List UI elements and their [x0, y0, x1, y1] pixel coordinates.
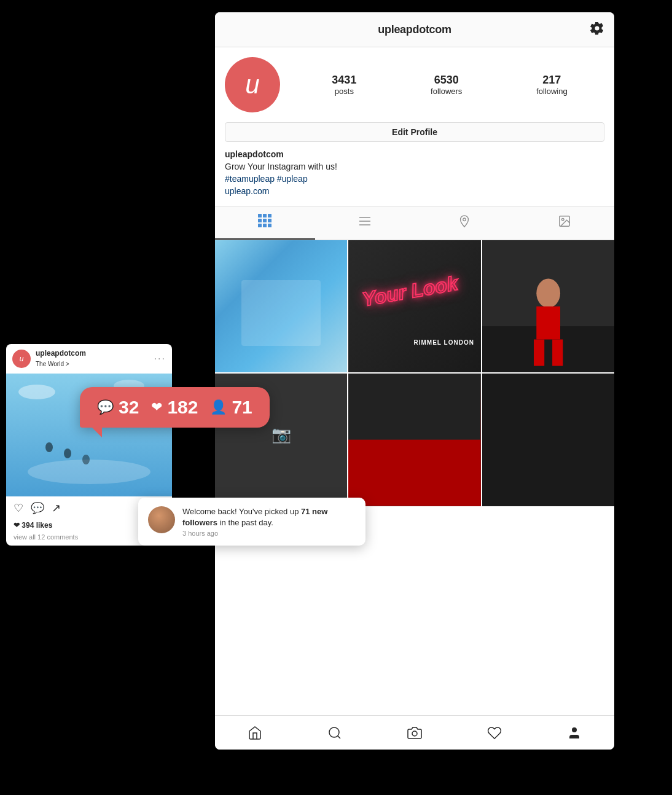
svg-rect-6: [258, 224, 262, 227]
edit-profile-button[interactable]: Edit Profile: [225, 122, 604, 142]
phone-mockup: upleapdotcom u 3431 posts 6530 followers: [215, 12, 614, 750]
avatar-letter: u: [245, 70, 259, 100]
nav-home[interactable]: [243, 721, 267, 745]
svg-point-20: [536, 278, 560, 307]
svg-point-36: [64, 448, 71, 458]
svg-point-29: [329, 727, 339, 737]
photo-cell-5[interactable]: [348, 374, 480, 506]
tag-icon: [558, 214, 571, 232]
welcome-message: Welcome back! You've picked up 71 new fo…: [182, 506, 356, 528]
welcome-time: 3 hours ago: [182, 530, 356, 537]
profile-section: u 3431 posts 6530 followers 217 followin…: [215, 47, 614, 206]
svg-text:📷: 📷: [272, 425, 292, 444]
photo-grid: 📷: [215, 240, 614, 506]
bio-link[interactable]: upleap.com: [225, 186, 604, 196]
post-location: The World >: [36, 361, 69, 367]
avatar[interactable]: u: [225, 57, 280, 112]
posts-count: 3431: [332, 74, 356, 87]
following-label: following: [536, 87, 568, 96]
svg-rect-5: [268, 219, 272, 222]
photo-cell-2[interactable]: [348, 240, 480, 372]
followers-label: followers: [431, 87, 462, 96]
nav-heart[interactable]: [482, 721, 507, 745]
tabs-row: [215, 206, 614, 240]
nav-camera[interactable]: [402, 721, 427, 745]
welcome-card: Welcome back! You've picked up 71 new fo…: [138, 498, 365, 546]
post-username: upleapdotcom: [36, 349, 86, 358]
svg-point-35: [45, 442, 53, 452]
svg-rect-2: [268, 214, 272, 217]
follower-notif-count: 71: [232, 397, 252, 418]
svg-point-15: [463, 218, 466, 221]
svg-point-31: [412, 731, 417, 736]
tab-list[interactable]: [315, 206, 415, 240]
nav-search[interactable]: [322, 721, 347, 745]
svg-rect-8: [268, 224, 272, 227]
svg-point-32: [572, 727, 577, 732]
share-action-icon[interactable]: ↗: [52, 501, 61, 515]
profile-top: u 3431 posts 6530 followers 217 followin…: [225, 57, 604, 112]
location-icon: [458, 214, 471, 232]
notif-followers: 👤 71: [210, 397, 252, 418]
svg-rect-28: [482, 374, 614, 506]
bio-hashtags[interactable]: #teamupleap #upleap: [225, 174, 604, 184]
svg-point-34: [28, 460, 150, 484]
bottom-nav: [215, 715, 614, 750]
notification-bubble: 💬 32 ❤ 182 👤 71: [80, 387, 270, 428]
stat-following[interactable]: 217 following: [536, 74, 568, 96]
svg-rect-4: [263, 219, 267, 222]
welcome-text: Welcome back! You've picked up 71 new fo…: [182, 506, 356, 537]
welcome-highlight: 71 new followers: [182, 507, 327, 527]
gear-icon[interactable]: [590, 21, 604, 38]
followers-count: 6530: [434, 74, 459, 87]
svg-rect-21: [536, 307, 560, 340]
stat-posts[interactable]: 3431 posts: [332, 74, 356, 96]
svg-point-37: [82, 455, 90, 464]
svg-rect-1: [263, 214, 267, 217]
photo-cell-3[interactable]: [482, 240, 614, 372]
welcome-avatar: [148, 506, 175, 533]
person-notif-icon: 👤: [210, 399, 227, 415]
notif-likes: ❤ 182: [151, 397, 198, 418]
stat-followers[interactable]: 6530 followers: [431, 74, 462, 96]
nav-profile[interactable]: [562, 721, 587, 745]
svg-point-38: [18, 385, 55, 399]
tab-location[interactable]: [415, 206, 515, 240]
svg-rect-22: [534, 339, 544, 366]
comment-notif-icon: 💬: [97, 399, 114, 415]
tab-tagged[interactable]: [515, 206, 615, 240]
comment-notif-count: 32: [119, 397, 139, 418]
like-action-icon[interactable]: ♡: [14, 501, 23, 515]
svg-rect-0: [258, 214, 262, 217]
profile-stats: 3431 posts 6530 followers 217 following: [295, 74, 604, 96]
post-avatar: u: [12, 350, 31, 368]
notif-comments: 💬 32: [97, 397, 139, 418]
photo-cell-1[interactable]: [215, 240, 347, 372]
svg-rect-23: [552, 339, 563, 366]
post-header-info: u upleapdotcom The World >: [12, 349, 154, 369]
following-count: 217: [542, 74, 561, 87]
comment-action-icon[interactable]: 💬: [31, 501, 44, 515]
photo-cell-6[interactable]: [482, 374, 614, 506]
grid-icon: [258, 214, 272, 231]
bio-name: upleapdotcom: [225, 149, 604, 159]
header-username: upleapdotcom: [378, 23, 451, 36]
posts-label: posts: [335, 87, 354, 96]
list-icon: [358, 214, 372, 232]
post-more-icon[interactable]: ···: [154, 353, 166, 364]
heart-notif-icon: ❤: [151, 399, 162, 415]
svg-point-17: [561, 218, 564, 221]
svg-rect-27: [348, 440, 480, 506]
svg-rect-7: [263, 224, 267, 227]
profile-bio: upleapdotcom Grow Your Instagram with us…: [225, 149, 604, 196]
ig-header: upleapdotcom: [215, 12, 614, 47]
svg-rect-3: [258, 219, 262, 222]
bio-text: Grow Your Instagram with us!: [225, 162, 604, 171]
like-notif-count: 182: [167, 397, 198, 418]
tab-grid[interactable]: [215, 206, 315, 240]
svg-line-30: [338, 735, 340, 738]
post-card-header: u upleapdotcom The World > ···: [6, 344, 172, 374]
